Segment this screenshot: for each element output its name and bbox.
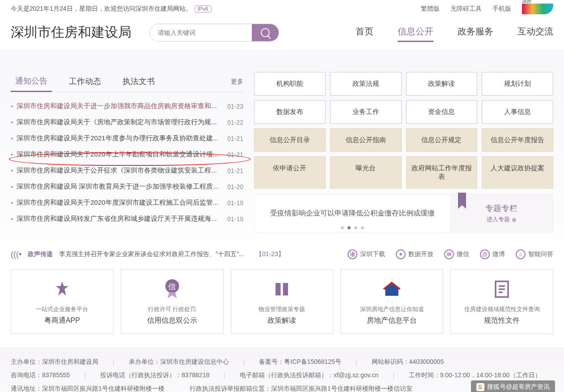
special-title: 专题专栏 [485,203,517,214]
mobile-link[interactable]: 手机版 [492,5,511,13]
dot[interactable] [348,226,351,229]
dot[interactable] [341,226,344,229]
footer-worktime: 工作时间：9:00-12:00，14:00-18:00（工作日） [409,371,541,379]
news-item[interactable]: 深圳市住房和建设局关于进一步加强我市商品住房购房资格审查和...01-23 [11,98,243,114]
top-bar: 今天是2021年1月24日，星期日，欢迎您访问深圳市住建局网站。 IPv6 繁體… [0,0,564,18]
carousel-dots [341,226,364,229]
book-icon [271,278,293,300]
card-norms[interactable]: 住房建设领域规范性文件查询 规范性文件 [450,269,553,334]
broadcast-icon: (((• [11,250,21,259]
footer-report: 行政执法投诉举报邮箱位置：深圳市福田区振兴路1号住建科研楼附楼一楼信访室 [190,385,412,392]
today-date: 今天是2021年1月24日，星期日，欢迎您访问深圳市住建局网站。 [11,5,192,13]
cat-work[interactable]: 业务工作 [330,100,402,124]
cat-data[interactable]: 数据发布 [254,100,326,124]
news-more[interactable]: 更多 [231,78,243,86]
footer-complaint: 投诉电话（行政执法投诉）：83788218 [100,371,209,379]
news-item[interactable]: 深圳市住房和建设局关于《房地产政策制定与市场管理行政行为规...01-22 [11,114,243,131]
news-item[interactable]: 深圳市住房和建设局关于2021年度参与办理行政事务及协助查处建...01-21 [11,131,243,147]
traditional-link[interactable]: 繁體版 [421,5,440,13]
news-date: 01-22 [227,119,243,126]
nav-info[interactable]: 信息公开 [398,25,433,39]
cat-interpret[interactable]: 政策解读 [406,72,478,96]
tab-work[interactable]: 工作动态 [64,72,106,91]
card-sub: 一站式企业服务平台 [16,305,109,313]
main-nav: 首页 信息公开 政务服务 互动交流 [356,25,553,39]
cat-policy[interactable]: 政策法规 [330,72,402,96]
news-item[interactable]: 深圳市住房和建设局 深圳市教育局关于进一步加强学校装修工程质...01-20 [11,179,243,195]
news-title: 深圳市住房和建设局关于《房地产政策制定与市场管理行政行为规... [17,118,217,126]
ticker-text[interactable]: 李克强主持召开专家企业家座谈会征求对政府工作报告、"十四五"... [59,250,244,258]
cat-annual[interactable]: 信息公开年度报告 [482,128,553,152]
ql-qa[interactable]: ♫智能问答 [516,249,553,259]
nav-home[interactable]: 首页 [356,25,373,39]
ticker-label: 政声传递 [28,250,53,258]
news-item[interactable]: 深圳市住房和建设局关于2020年度深圳市建设工程施工合同后监管...01-19 [11,195,243,211]
medal-icon: 信 [161,278,183,300]
cat-proposal[interactable]: 人大建议政协提案 [482,156,553,189]
card-yueshangtong[interactable]: 一站式企业服务平台 粤商通APP [11,269,114,334]
footer-org: 承办单位：深圳市住房建设信息中心 [129,358,229,366]
bookmark-icon [458,193,466,205]
nav-service[interactable]: 政务服务 [458,25,493,39]
sohu-icon: S [476,383,484,391]
cat-apply[interactable]: 依申请公开 [254,156,326,189]
document-icon [491,278,513,300]
news-date: 01-19 [227,199,243,207]
main-section: 通知公告 工作动态 执法文书 更多 深圳市住房和建设局关于进一步加强我市商品住房… [0,50,564,241]
accessibility-link[interactable]: 无障碍工具 [450,5,482,13]
dot[interactable] [361,226,364,229]
cat-guide[interactable]: 信息公开指南 [330,128,402,152]
search-input[interactable] [150,24,252,41]
topbar-right: 繁體版 无障碍工具 手机版 [421,4,553,14]
svg-text:信: 信 [168,282,176,291]
nav-interact[interactable]: 互动交流 [517,25,553,39]
quick-links: 读深圳下载 ✦数据开放 ✉微信 @微博 ♫智能问答 [348,249,553,259]
news-date: 01-19 [227,215,243,223]
footer-sitecode: 网站标识码：4403000005 [372,358,444,366]
news-item[interactable]: 深圳市住房和建设局关于公开征求《深圳市各类物业建筑安装工程...01-21 [11,163,243,179]
footer: 主办单位：深圳市住房和建设局| 承办单位：深圳市住房建设信息中心| 备案号：粤I… [0,347,564,392]
footer-email: 电子邮箱（行政执法投诉邮箱）：xf@zjj.sz.gov.cn [240,371,378,379]
news-title: 深圳市住房和建设局关于2021年度参与办理行政事务及协助查处建... [17,134,218,143]
news-date: 01-20 [227,183,243,190]
tab-notice[interactable]: 通知公告 [11,72,52,92]
card-property[interactable]: 物业管理政策专题 政策解读 [231,269,334,334]
card-realestate[interactable]: 深圳房地产信息让你知道 房地产信息平台 [340,269,443,334]
header: 深圳市住房和建设局 首页 信息公开 政务服务 互动交流 [0,18,564,50]
news-column: 通知公告 工作动态 执法文书 更多 深圳市住房和建设局关于进一步加强我市商品住房… [11,72,243,232]
cat-org[interactable]: 机构职能 [254,72,326,96]
card-credit[interactable]: 信 行政许可 行政处罚 信用信息双公示 [121,269,224,334]
banner-text: 受疫情影响企业可以申请降低公积金缴存比例或缓缴 [270,209,435,218]
ql-opendata[interactable]: ✦数据开放 [396,249,433,259]
news-date: 01-21 [227,151,243,158]
cat-catalog[interactable]: 信息公开目录 [254,128,326,152]
ql-download[interactable]: 读深圳下载 [348,249,385,259]
news-item[interactable]: 深圳市住房和建设局关于2020年上半年勘察项目和轨道交通设计项...01-21 [11,147,243,163]
banner-slide[interactable]: 受疫情影响企业可以申请降低公积金缴存比例或缓缴 [254,194,450,232]
cat-plan[interactable]: 规划计划 [482,72,553,96]
footer-icp[interactable]: 备案号：粤ICP备15068125号 [259,358,341,366]
ql-wechat[interactable]: ✉微信 [444,249,469,259]
dot[interactable] [354,226,357,229]
enter-special-link[interactable]: 进入专题 [487,215,517,223]
watermark: S 搜狐号@超哥房产资讯 [471,380,555,392]
special-column[interactable]: 专题专栏 进入专题 [450,194,553,232]
search-box [149,24,279,42]
footer-address: 通讯地址：深圳市福田区振兴路1号住建科研楼附楼一楼 [11,385,165,392]
footer-phone: 咨询电话：83785555 [11,371,70,379]
weibo-icon: @ [480,249,490,259]
cat-fund[interactable]: 资金信息 [406,100,478,124]
ipv6-badge[interactable]: IPv6 [195,5,212,13]
ql-weibo[interactable]: @微博 [480,249,505,259]
cat-govreport[interactable]: 政府网站工作年度报表 [406,156,478,189]
cat-hr[interactable]: 人事信息 [482,100,553,124]
search-button[interactable] [252,24,279,41]
cat-exposure[interactable]: 曝光台 [330,156,402,189]
tab-law[interactable]: 执法文书 [118,72,159,91]
news-date: 01-21 [227,167,243,174]
card-title: 信用信息双公示 [126,316,219,325]
footer-host: 主办单位：深圳市住房和建设局 [11,358,98,366]
cat-rules[interactable]: 信息公开规定 [406,128,478,152]
news-item[interactable]: 深圳市住房和建设局转发广东省住房和城乡建设厅关于开展违规海...01-19 [11,211,243,227]
news-title: 深圳市住房和建设局关于2020年上半年勘察项目和轨道交通设计项... [17,150,218,159]
